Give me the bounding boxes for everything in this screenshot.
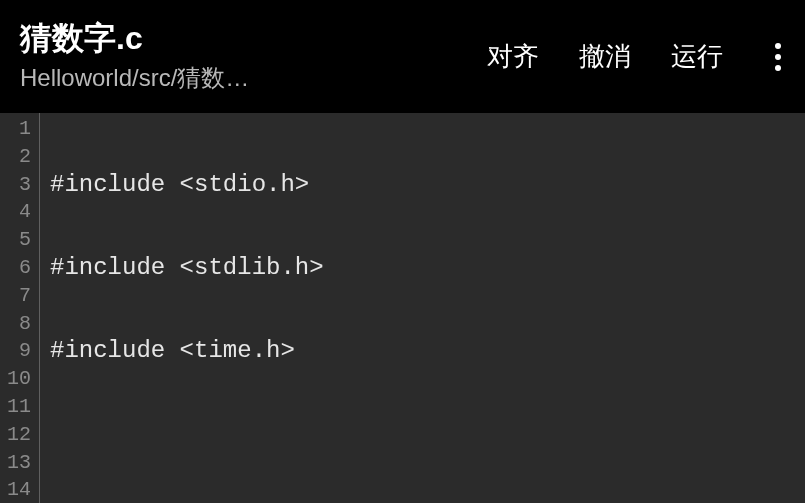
line-number: 11	[0, 393, 31, 421]
line-number-gutter: 1 2 3 4 5 6 7 8 9 10 11 12 13 14	[0, 113, 40, 503]
line-number: 4	[0, 198, 31, 226]
run-button[interactable]: 运行	[671, 39, 723, 74]
line-number: 8	[0, 310, 31, 338]
line-number: 14	[0, 476, 31, 503]
line-number: 13	[0, 449, 31, 477]
file-path: Helloworld/src/猜数…	[20, 62, 487, 94]
code-line[interactable]: #include <stdlib.h>	[50, 254, 655, 282]
line-number: 3	[0, 171, 31, 199]
line-number: 2	[0, 143, 31, 171]
line-number: 1	[0, 115, 31, 143]
code-line[interactable]: #include <stdio.h>	[50, 171, 655, 199]
code-line[interactable]	[50, 421, 655, 449]
align-button[interactable]: 对齐	[487, 39, 539, 74]
overflow-menu-icon[interactable]	[771, 35, 785, 79]
line-number: 6	[0, 254, 31, 282]
line-number: 12	[0, 421, 31, 449]
header-actions: 对齐 撤消 运行	[487, 35, 785, 79]
app-header: 猜数字.c Helloworld/src/猜数… 对齐 撤消 运行	[0, 0, 805, 113]
line-number: 10	[0, 365, 31, 393]
line-number: 7	[0, 282, 31, 310]
code-editor[interactable]: 1 2 3 4 5 6 7 8 9 10 11 12 13 14 #includ…	[0, 113, 805, 503]
code-line[interactable]: #include <time.h>	[50, 337, 655, 365]
code-content[interactable]: #include <stdio.h> #include <stdlib.h> #…	[40, 113, 655, 503]
line-number: 9	[0, 337, 31, 365]
file-title: 猜数字.c	[20, 19, 487, 57]
line-number: 5	[0, 226, 31, 254]
undo-button[interactable]: 撤消	[579, 39, 631, 74]
title-block: 猜数字.c Helloworld/src/猜数…	[20, 19, 487, 93]
